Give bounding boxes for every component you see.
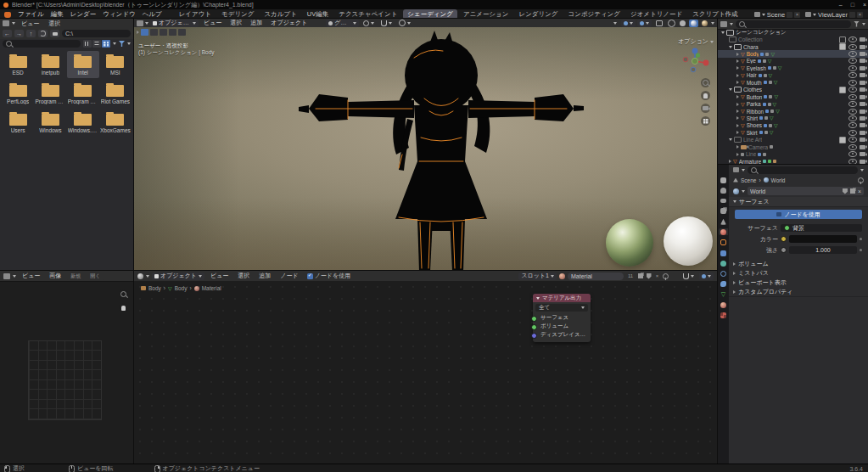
tab-tool[interactable] [719, 177, 728, 183]
ie-menu-view[interactable]: ビュー [19, 272, 43, 280]
disable-render-icon[interactable] [860, 95, 865, 99]
disclosure-closed-icon[interactable] [736, 53, 739, 56]
overlays-toggle[interactable] [637, 20, 652, 27]
snap-toggle[interactable] [378, 19, 395, 27]
properties-search-input[interactable] [748, 166, 858, 174]
exclude-checkbox[interactable] [839, 37, 846, 43]
material-users-button[interactable]: 11 [626, 273, 635, 279]
blender-menu-icon[interactable] [4, 12, 11, 18]
outliner-row-body[interactable]: ▽ Body ▽ [718, 50, 868, 57]
proportional-edit-toggle[interactable] [396, 19, 413, 27]
hide-icon[interactable] [848, 109, 857, 115]
exclude-checkbox[interactable] [839, 43, 846, 50]
tab-modifiers[interactable] [719, 250, 728, 256]
disable-render-icon[interactable] [860, 37, 865, 42]
visibility-dropdown[interactable] [611, 19, 619, 27]
sh-menu-add[interactable]: 追加 [255, 272, 274, 280]
hide-icon[interactable] [848, 87, 857, 93]
material-fake-user-button[interactable] [646, 273, 652, 279]
chevron-down-icon[interactable] [742, 190, 745, 193]
material-output-node[interactable]: マテリアル出力 全て サーフェス ボリューム ディスプレイスメント [533, 294, 591, 342]
viewlayer-remove-button[interactable]: × [857, 12, 863, 18]
sh-menu-node[interactable]: ノード [277, 272, 301, 280]
slot-dropdown[interactable]: スロット1 [518, 273, 557, 280]
folder-item[interactable]: MSI [99, 51, 132, 78]
hide-icon[interactable] [848, 37, 857, 42]
disclosure-closed-icon[interactable] [736, 74, 739, 77]
disable-render-icon[interactable] [860, 45, 865, 49]
file-search-input[interactable] [3, 40, 81, 48]
chevron-down-icon[interactable] [711, 22, 714, 25]
node-target-dropdown[interactable]: 全て [535, 304, 588, 312]
file-menu-select[interactable]: 選択 [45, 20, 64, 28]
disable-render-icon[interactable] [860, 52, 865, 56]
mist-pass-panel-header[interactable]: ミストパス [729, 268, 868, 278]
tab-render[interactable] [719, 187, 728, 194]
exclude-checkbox[interactable] [839, 137, 846, 143]
sh-overlay-toggle[interactable] [699, 273, 714, 280]
disable-render-icon[interactable] [860, 131, 865, 135]
color-swatch-field[interactable] [789, 235, 857, 243]
menu-help[interactable]: ヘルプ [139, 10, 165, 19]
disclosure-closed-icon[interactable] [729, 160, 731, 163]
hide-icon[interactable] [848, 144, 857, 150]
world-name-field[interactable]: World × [748, 187, 864, 195]
image-new-button[interactable]: 新規 [67, 273, 84, 280]
shading-solid-button[interactable] [678, 20, 687, 27]
outliner-row-chara[interactable]: Chara [718, 43, 868, 50]
outliner-row-mouth[interactable]: ▽ Mouth ▽ [718, 79, 868, 86]
surface-shader-dropdown[interactable]: 背景 [781, 224, 862, 232]
sh-menu-select[interactable]: 選択 [234, 272, 253, 280]
use-nodes-checkbox[interactable]: ノードを使用 [305, 271, 354, 281]
chevron-down-icon[interactable] [113, 42, 116, 45]
forward-button[interactable]: → [14, 30, 24, 37]
tab-particles[interactable] [719, 260, 728, 267]
hide-icon[interactable] [848, 137, 857, 143]
hide-icon[interactable] [848, 101, 857, 107]
disable-render-icon[interactable] [860, 59, 865, 63]
node-input-displacement[interactable]: ディスプレイスメント [533, 330, 591, 339]
tab-output[interactable] [719, 198, 728, 205]
node-input-volume[interactable]: ボリューム [533, 322, 591, 330]
disable-render-icon[interactable] [860, 123, 865, 127]
file-browser-editor-icon[interactable] [3, 20, 9, 26]
disable-render-icon[interactable] [860, 102, 865, 106]
folder-item[interactable]: ESD [2, 51, 34, 78]
filter-icon[interactable] [119, 41, 125, 47]
hide-icon[interactable] [848, 94, 857, 100]
tab-world[interactable] [719, 228, 728, 235]
animate-dot-icon[interactable] [860, 249, 862, 251]
viewport-editor-icon[interactable] [137, 20, 143, 26]
custom-properties-panel-header[interactable]: カスタムプロパティ [729, 287, 868, 296]
disclosure-closed-icon[interactable] [736, 95, 739, 98]
folder-item-selected[interactable]: Intel [67, 51, 99, 78]
disable-render-icon[interactable] [860, 160, 865, 164]
strength-number-field[interactable]: 1.000 [789, 246, 857, 254]
disclosure-closed-icon[interactable] [736, 103, 739, 106]
chevron-down-icon[interactable] [862, 23, 865, 25]
outliner-row-parka[interactable]: ▽ Parka ▽ [718, 100, 868, 107]
display-horizontal-list-button[interactable] [92, 40, 101, 48]
exclude-checkbox[interactable] [839, 87, 846, 93]
scene-selector[interactable]: Scene × [754, 11, 800, 19]
pin-icon[interactable] [858, 177, 864, 183]
hide-icon[interactable] [848, 115, 857, 121]
file-path-field[interactable]: C:\ [62, 30, 131, 37]
hide-icon[interactable] [848, 80, 857, 86]
disclosure-closed-icon[interactable] [736, 124, 739, 127]
outliner-row-skirt[interactable]: ▽ Skirt ▽ [718, 129, 868, 136]
back-button[interactable]: ← [3, 30, 12, 37]
image-editor-canvas[interactable] [0, 281, 133, 464]
disable-render-icon[interactable] [860, 73, 865, 77]
disclosure-open-icon[interactable] [721, 31, 725, 34]
socket-shader-icon[interactable] [531, 324, 537, 330]
menu-render[interactable]: レンダー [67, 10, 100, 19]
outliner-row-collection[interactable]: Collection [718, 36, 868, 42]
unlink-button[interactable]: × [858, 188, 861, 194]
gizmos-toggle[interactable] [621, 20, 636, 27]
material-unlink-button[interactable]: × [654, 273, 660, 279]
tab-object[interactable] [719, 239, 728, 246]
menu-edit[interactable]: 編集 [48, 10, 67, 19]
folder-item[interactable]: Windows.old [67, 109, 99, 136]
up-button[interactable]: ↑ [26, 30, 36, 37]
